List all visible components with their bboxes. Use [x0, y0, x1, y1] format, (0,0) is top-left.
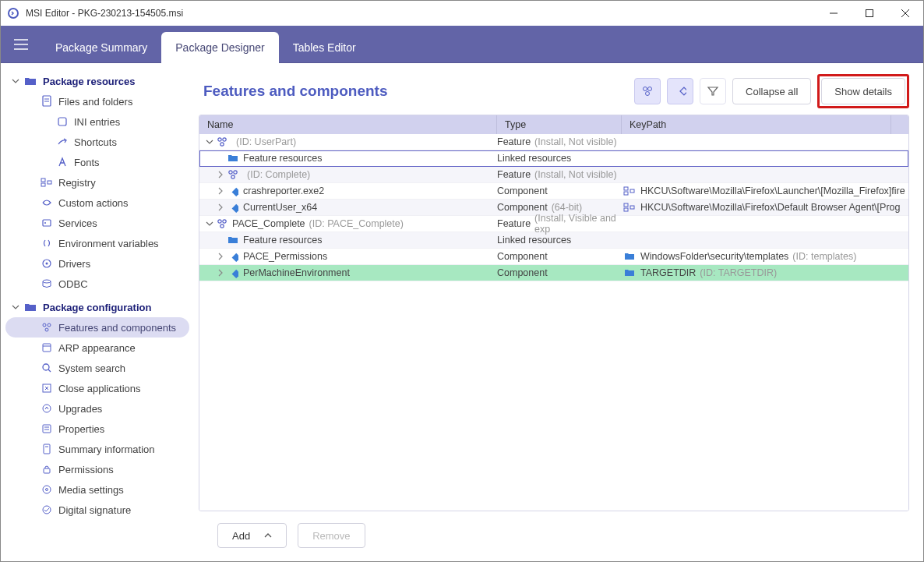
- expand-chevron-icon[interactable]: [215, 253, 226, 260]
- tab-tables-editor[interactable]: Tables Editor: [279, 32, 370, 63]
- svg-point-22: [45, 328, 48, 331]
- sidebar-group-config[interactable]: Package configuration: [5, 297, 189, 317]
- svg-point-58: [218, 220, 221, 223]
- row-type-sub: (Install, Visible and exp: [534, 213, 622, 235]
- sidebar-item-upgrades[interactable]: Upgrades: [5, 398, 189, 419]
- row-id: (ID: PACE_Complete): [309, 218, 404, 229]
- svg-point-59: [223, 220, 226, 223]
- sidebar-item-properties[interactable]: Properties: [5, 419, 189, 439]
- sidebar-item-summary[interactable]: Summary information: [5, 439, 189, 459]
- titlebar: MSI Editor - PKG-230213-154505.msi: [1, 1, 923, 26]
- sidebar-item-odbc[interactable]: ODBC: [5, 274, 189, 294]
- svg-point-41: [648, 87, 652, 91]
- sidebar-item-ini[interactable]: INI entries: [5, 111, 189, 132]
- expand-chevron-icon[interactable]: [215, 171, 226, 178]
- row-type-icon: [226, 154, 240, 163]
- collapse-all-button[interactable]: Collapse all: [732, 78, 811, 104]
- sidebar-item-shortcuts[interactable]: Shortcuts: [5, 132, 189, 152]
- svg-rect-55: [624, 203, 628, 207]
- table-row[interactable]: Feature resourcesLinked resources: [199, 150, 908, 167]
- sidebar-item-custom[interactable]: Custom actions: [5, 193, 189, 213]
- sidebar-group-resources[interactable]: Package resources: [5, 71, 189, 91]
- row-name: crashreporter.exe2: [243, 186, 324, 196]
- expand-chevron-icon[interactable]: [215, 203, 226, 211]
- chevron-down-icon: [12, 303, 23, 311]
- expand-chevron-icon[interactable]: [215, 269, 226, 277]
- row-name: PACE_Complete: [232, 218, 305, 229]
- svg-point-49: [231, 175, 235, 178]
- sidebar-item-permissions[interactable]: Permissions: [5, 459, 189, 479]
- table-row[interactable]: (ID: Complete)Feature(Install, Not visib…: [199, 167, 908, 183]
- show-details-button[interactable]: Show details: [821, 78, 905, 104]
- media-icon: [38, 484, 55, 495]
- sidebar: Package resources Files and folders INI …: [1, 63, 194, 561]
- column-keypath[interactable]: KeyPath: [622, 115, 891, 134]
- svg-point-46: [220, 143, 224, 146]
- row-type: Component: [497, 267, 548, 278]
- tab-package-summary[interactable]: Package Summary: [41, 32, 161, 63]
- sidebar-item-fonts[interactable]: Fonts: [5, 152, 189, 172]
- table-row[interactable]: PACE_Complete(ID: PACE_Complete)Feature(…: [199, 216, 908, 232]
- row-type-sub: (64-bit): [552, 202, 583, 213]
- row-id: (ID: UserPart): [236, 136, 296, 147]
- sidebar-item-env[interactable]: Environment variables: [5, 233, 189, 253]
- svg-rect-23: [43, 344, 51, 352]
- row-name: Feature resources: [243, 153, 322, 164]
- sidebar-item-registry[interactable]: Registry: [5, 172, 189, 193]
- tabbar: Package Summary Package Designer Tables …: [1, 26, 923, 63]
- table-row[interactable]: crashreporter.exe2ComponentHKCU\Software…: [199, 183, 908, 200]
- sidebar-item-search[interactable]: System search: [5, 358, 189, 378]
- upgrades-icon: [38, 403, 55, 414]
- view-features-button[interactable]: [634, 78, 661, 104]
- table-row[interactable]: (ID: UserPart)Feature(Install, Not visib…: [199, 134, 908, 150]
- svg-point-20: [43, 323, 46, 327]
- services-icon: [38, 217, 55, 228]
- row-type-icon: [215, 136, 229, 147]
- table-row[interactable]: PACE_PermissionsComponentWindowsFolder\s…: [199, 249, 908, 265]
- row-type-sub: (Install, Not visible): [534, 136, 617, 147]
- svg-point-48: [234, 171, 237, 174]
- svg-point-25: [43, 364, 49, 370]
- expand-chevron-icon[interactable]: [204, 138, 215, 146]
- svg-rect-43: [680, 87, 686, 95]
- row-type: Component: [497, 251, 548, 262]
- table-row[interactable]: PerMachineEnvironmentComponentTARGETDIR(…: [199, 265, 908, 281]
- column-name[interactable]: Name: [199, 115, 497, 134]
- tab-package-designer[interactable]: Package Designer: [161, 32, 278, 63]
- table-row[interactable]: Feature resourcesLinked resources: [199, 232, 908, 249]
- sidebar-item-media[interactable]: Media settings: [5, 479, 189, 500]
- sidebar-item-drivers[interactable]: Drivers: [5, 253, 189, 274]
- expand-chevron-icon[interactable]: [204, 220, 215, 228]
- svg-point-40: [644, 87, 647, 91]
- row-name: PACE_Permissions: [243, 251, 327, 262]
- sidebar-item-arp[interactable]: ARP appearance: [5, 338, 189, 358]
- odbc-icon: [38, 278, 55, 289]
- expand-chevron-icon[interactable]: [215, 187, 226, 195]
- row-type: Feature: [497, 136, 531, 147]
- row-keypath: HKCU\Software\Mozilla\Firefox\Launcher\[…: [640, 186, 905, 196]
- sidebar-item-services[interactable]: Services: [5, 213, 189, 233]
- minimize-button[interactable]: [816, 1, 852, 26]
- svg-rect-62: [232, 270, 238, 278]
- view-components-button[interactable]: [667, 78, 693, 104]
- hamburger-menu-icon[interactable]: [7, 30, 35, 58]
- svg-rect-52: [624, 192, 628, 195]
- row-type-icon: [226, 186, 240, 196]
- svg-rect-54: [232, 204, 238, 213]
- close-button[interactable]: [887, 1, 923, 26]
- svg-rect-13: [41, 183, 45, 186]
- svg-rect-36: [44, 468, 50, 473]
- sidebar-item-features[interactable]: Features and components: [5, 317, 189, 338]
- keypath-icon: [622, 186, 637, 196]
- remove-button[interactable]: Remove: [298, 523, 365, 548]
- sidebar-item-digital[interactable]: Digital signature: [5, 500, 189, 520]
- sidebar-item-close[interactable]: Close applications: [5, 378, 189, 398]
- row-type: Linked resources: [497, 153, 571, 164]
- column-type[interactable]: Type: [497, 115, 622, 134]
- filter-button[interactable]: [700, 78, 726, 104]
- maximize-button[interactable]: [852, 1, 887, 26]
- row-type-icon: [226, 267, 240, 278]
- svg-point-38: [46, 489, 48, 491]
- sidebar-item-files[interactable]: Files and folders: [5, 91, 189, 111]
- add-button[interactable]: Add: [217, 523, 287, 548]
